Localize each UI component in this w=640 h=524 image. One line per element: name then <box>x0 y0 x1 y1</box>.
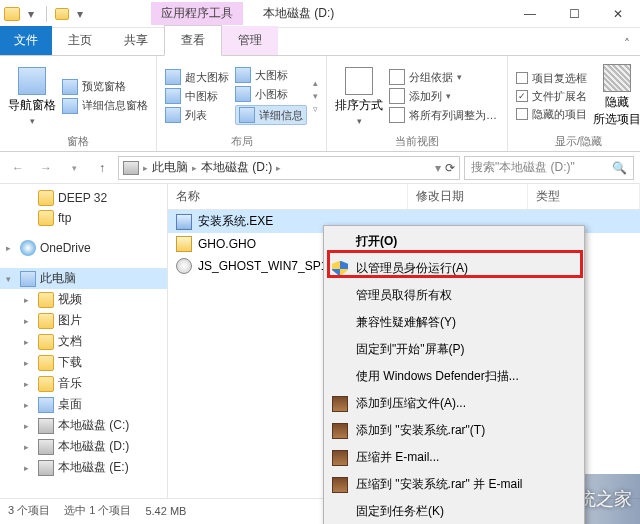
med-icon <box>165 88 181 104</box>
col-date[interactable]: 修改日期 <box>408 184 528 209</box>
tab-view[interactable]: 查看 <box>164 25 222 56</box>
breadcrumb-this-pc[interactable]: 此电脑 <box>152 159 188 176</box>
expand-icon[interactable]: ▸ <box>24 421 34 431</box>
collapse-icon[interactable]: ▾ <box>6 274 16 284</box>
chevron-right-icon[interactable]: ▸ <box>143 163 148 173</box>
tree-item-drive-c[interactable]: ▸本地磁盘 (C:) <box>0 415 167 436</box>
group-current-view-label: 当前视图 <box>335 132 499 149</box>
breadcrumb-drive[interactable]: 本地磁盘 (D:) <box>201 159 272 176</box>
rar-icon <box>332 450 348 466</box>
expand-icon[interactable]: ▸ <box>6 243 16 253</box>
hidden-items-toggle[interactable]: 隐藏的项目 <box>516 107 587 122</box>
col-name[interactable]: 名称 <box>168 184 408 209</box>
layout-expand[interactable]: ▿ <box>313 104 318 114</box>
group-show-hide-label: 显示/隐藏 <box>516 132 640 149</box>
forward-button[interactable]: → <box>34 156 58 180</box>
tab-manage[interactable]: 管理 <box>222 26 278 55</box>
col-type[interactable]: 类型 <box>528 184 640 209</box>
expand-icon[interactable]: ▸ <box>24 442 34 452</box>
expand-icon[interactable]: ▸ <box>24 379 34 389</box>
tab-home[interactable]: 主页 <box>52 26 108 55</box>
expand-icon[interactable]: ▸ <box>24 316 34 326</box>
tree-item-drive-e[interactable]: ▸本地磁盘 (E:) <box>0 457 167 478</box>
cm-take-ownership[interactable]: 管理员取得所有权 <box>326 282 582 309</box>
tree-item-drive-d[interactable]: ▸本地磁盘 (D:) <box>0 436 167 457</box>
chevron-right-icon[interactable]: ▸ <box>276 163 281 173</box>
tab-share[interactable]: 共享 <box>108 26 164 55</box>
search-input[interactable]: 搜索"本地磁盘 (D:)" 🔍 <box>464 156 634 180</box>
checkbox-icon <box>516 108 528 120</box>
cm-pin-start[interactable]: 固定到"开始"屏幕(P) <box>326 336 582 363</box>
cm-run-as-admin[interactable]: 以管理员身份运行(A) <box>326 255 582 282</box>
tree-item-deep32[interactable]: DEEP 32 <box>0 188 167 208</box>
titlebar: ▾ ▾ 应用程序工具 本地磁盘 (D:) — ☐ ✕ <box>0 0 640 28</box>
recent-dropdown[interactable]: ▾ <box>62 156 86 180</box>
minimize-button[interactable]: — <box>508 0 552 28</box>
cm-compress-email[interactable]: 压缩并 E-mail... <box>326 444 582 471</box>
tree-item-documents[interactable]: ▸文档 <box>0 331 167 352</box>
tree-item-downloads[interactable]: ▸下载 <box>0 352 167 373</box>
ribbon: 导航窗格 ▾ 预览窗格 详细信息窗格 窗格 超大图标 中图标 列表 大图标 小图… <box>0 56 640 152</box>
layout-scroll-down[interactable]: ▾ <box>313 91 318 101</box>
xl-icon <box>165 69 181 85</box>
maximize-button[interactable]: ☐ <box>552 0 596 28</box>
expand-icon[interactable]: ▸ <box>24 295 34 305</box>
cm-add-rar[interactable]: 添加到 "安装系统.rar"(T) <box>326 417 582 444</box>
cm-troubleshoot[interactable]: 兼容性疑难解答(Y) <box>326 309 582 336</box>
item-checkboxes-toggle[interactable]: 项目复选框 <box>516 71 587 86</box>
layout-small[interactable]: 小图标 <box>235 86 307 102</box>
chevron-right-icon[interactable]: ▸ <box>192 163 197 173</box>
checkbox-icon: ✓ <box>516 90 528 102</box>
cm-compress-rar-email[interactable]: 压缩到 "安装系统.rar" 并 E-mail <box>326 471 582 498</box>
add-columns-button[interactable]: 添加列 ▾ <box>389 88 499 104</box>
refresh-button[interactable]: ⟳ <box>445 161 455 175</box>
tree-item-onedrive[interactable]: ▸OneDrive <box>0 238 167 258</box>
layout-extra-large[interactable]: 超大图标 <box>165 69 229 85</box>
up-button[interactable]: ↑ <box>90 156 114 180</box>
search-placeholder: 搜索"本地磁盘 (D:)" <box>471 159 575 176</box>
cm-add-archive[interactable]: 添加到压缩文件(A)... <box>326 390 582 417</box>
cm-pin-taskbar[interactable]: 固定到任务栏(K) <box>326 498 582 524</box>
tree-item-this-pc[interactable]: ▾此电脑 <box>0 268 167 289</box>
size-columns-button[interactable]: 将所有列调整为合适的大小 <box>389 107 499 123</box>
file-ext-toggle[interactable]: ✓文件扩展名 <box>516 89 587 104</box>
folder-icon <box>38 355 54 371</box>
contextual-tab-header: 应用程序工具 <box>151 2 243 25</box>
expand-icon[interactable]: ▸ <box>24 463 34 473</box>
group-icon <box>389 69 405 85</box>
details-pane-button[interactable]: 详细信息窗格 <box>62 98 148 114</box>
tree-item-desktop[interactable]: ▸桌面 <box>0 394 167 415</box>
close-button[interactable]: ✕ <box>596 0 640 28</box>
layout-medium[interactable]: 中图标 <box>165 88 229 104</box>
expand-icon[interactable]: ▸ <box>24 358 34 368</box>
expand-icon[interactable]: ▸ <box>24 400 34 410</box>
qat-dropdown-icon[interactable]: ▾ <box>24 7 38 21</box>
back-button[interactable]: ← <box>6 156 30 180</box>
tree-item-videos[interactable]: ▸视频 <box>0 289 167 310</box>
preview-pane-button[interactable]: 预览窗格 <box>62 79 148 95</box>
nav-pane-button[interactable]: 导航窗格 ▾ <box>8 60 56 132</box>
layout-scroll-up[interactable]: ▴ <box>313 78 318 88</box>
tree-item-pictures[interactable]: ▸图片 <box>0 310 167 331</box>
qat-overflow-icon[interactable]: ▾ <box>73 7 87 21</box>
status-selected: 选中 1 个项目 <box>64 503 131 518</box>
address-dropdown-icon[interactable]: ▾ <box>435 161 441 175</box>
expand-icon[interactable]: ▸ <box>24 337 34 347</box>
group-by-button[interactable]: 分组依据 ▾ <box>389 69 499 85</box>
tab-file[interactable]: 文件 <box>0 26 52 55</box>
collapse-ribbon-button[interactable]: ˄ <box>614 33 640 55</box>
nav-tree[interactable]: DEEP 32 ftp ▸OneDrive ▾此电脑 ▸视频 ▸图片 ▸文档 ▸… <box>0 184 168 498</box>
folder-icon <box>38 334 54 350</box>
computer-icon <box>20 271 36 287</box>
hide-selected-button[interactable]: 隐藏 所选项目 <box>593 60 640 132</box>
tree-item-ftp[interactable]: ftp <box>0 208 167 228</box>
layout-details[interactable]: 详细信息 <box>235 105 307 125</box>
tree-item-music[interactable]: ▸音乐 <box>0 373 167 394</box>
address-bar[interactable]: ▸ 此电脑 ▸ 本地磁盘 (D:) ▸ ▾ ⟳ <box>118 156 460 180</box>
cm-defender[interactable]: 使用 Windows Defender扫描... <box>326 363 582 390</box>
sort-button[interactable]: 排序方式 ▾ <box>335 60 383 132</box>
cm-open[interactable]: 打开(O) <box>326 228 582 255</box>
layout-list[interactable]: 列表 <box>165 107 229 123</box>
qat-properties-icon[interactable] <box>55 8 69 20</box>
layout-large[interactable]: 大图标 <box>235 67 307 83</box>
